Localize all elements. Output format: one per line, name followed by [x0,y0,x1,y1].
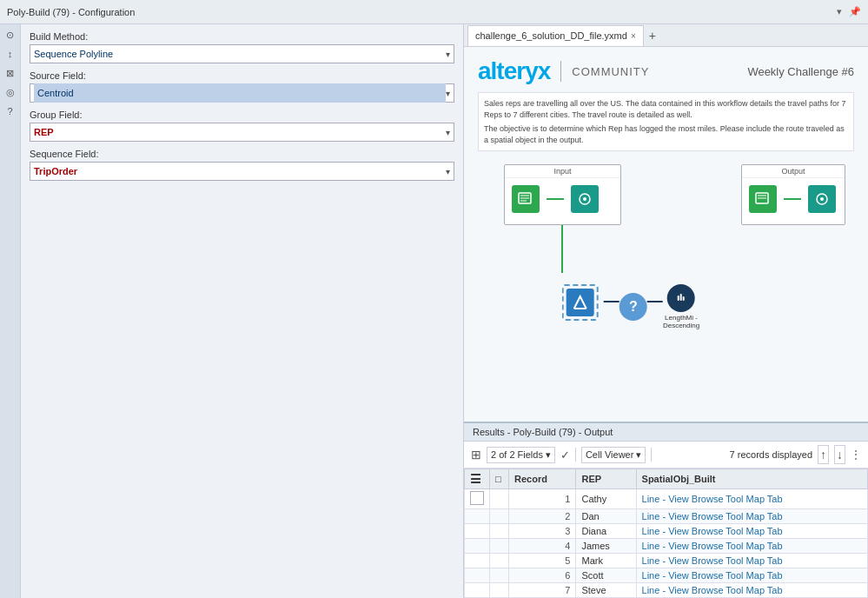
canvas-content: alteryx COMMUNITY Weekly Challenge #6 Sa… [464,47,868,422]
separator-2 [651,448,652,462]
table-body: 1 Cathy Line - View Browse Tool Map Tab … [465,489,868,598]
table-icon: ⊞ [471,448,481,462]
tab-name: challenge_6_solution_DD_file.yxmd [475,30,627,41]
browse-tool-icon [571,185,599,213]
tab-bar: challenge_6_solution_DD_file.yxmd × + [464,24,868,47]
center-tools: ? LengthMi -Descending [562,284,699,329]
svg-rect-13 [680,294,682,301]
group-field-dropdown[interactable]: REP ▾ [30,123,454,142]
table-row: 5 Mark Line - View Browse Tool Map Tab [465,554,868,568]
results-table-container: ☰ □ Record REP SpatialObj_Built 1 Cathy [464,468,868,598]
row-icon-cell [465,489,490,509]
sidebar-icon-1[interactable]: ⊙ [3,28,17,42]
row-icon-cell [465,568,490,583]
cell-viewer-label: Cell Viewer [586,449,633,460]
svg-point-5 [583,197,586,201]
spatial-cell[interactable]: Line - View Browse Tool Map Tab [636,539,867,554]
chevron-down-icon: ▾ [636,449,641,461]
record-number: 7 [509,583,576,598]
spatial-cell[interactable]: Line - View Browse Tool Map Tab [636,554,867,568]
record-number: 4 [509,539,576,554]
cell-viewer-button[interactable]: Cell Viewer ▾ [581,447,646,463]
table-row: 4 James Line - View Browse Tool Map Tab [465,539,868,554]
chevron-down-icon: ▾ [546,449,551,461]
description-text-2: The objective is to determine which Rep … [484,123,848,145]
output-input-icon [749,185,777,213]
chevron-down-icon[interactable]: ▾ [837,6,842,17]
separator-1 [575,448,576,462]
add-tab-button[interactable]: + [644,29,661,43]
alteryx-logo: alteryx [478,57,550,85]
source-field-value: Centroid [34,83,446,103]
group-field-label: Group Field: [30,110,454,120]
left-panel: Build Method: Sequence Polyline ▾ Source… [21,24,464,598]
results-panel: Results - Poly-Build (79) - Output ⊞ 2 o… [464,422,868,598]
rep-cell: Mark [576,554,636,568]
build-method-dropdown[interactable]: Sequence Polyline ▾ [30,44,454,63]
input-workflow-box: Input [504,164,621,225]
row-checkbox-cell[interactable] [490,489,509,509]
sequence-field-dropdown[interactable]: TripOrder ▾ [30,162,454,181]
table-row: 1 Cathy Line - View Browse Tool Map Tab [465,489,868,509]
row-checkbox-cell[interactable] [490,583,509,598]
source-field-label: Source Field: [30,70,454,81]
fields-button[interactable]: 2 of 2 Fields ▾ [487,447,555,463]
right-panel: challenge_6_solution_DD_file.yxmd × + al… [464,24,868,598]
chevron-down-icon: ▾ [446,167,450,176]
sidebar-icon-2[interactable]: ↕ [3,47,17,61]
sequence-field-group: Sequence Field: TripOrder ▾ [30,149,454,181]
rep-col-header: REP [576,469,636,489]
row-icon-cell [465,539,490,554]
row-icon-cell [465,509,490,524]
table-row: 7 Steve Line - View Browse Tool Map Tab [465,583,868,598]
spatial-cell[interactable]: Line - View Browse Tool Map Tab [636,524,867,539]
connector-3 [604,301,620,302]
sidebar-icon-4[interactable]: ◎ [3,85,17,99]
svg-rect-12 [678,296,679,301]
build-method-label: Build Method: [30,31,454,42]
spatial-cell[interactable]: Line - View Browse Tool Map Tab [636,489,867,509]
source-field-dropdown[interactable]: Centroid ▾ [30,83,454,103]
check-all-header[interactable]: □ [490,469,509,489]
close-icon[interactable]: × [631,31,636,41]
output-browse-icon [808,185,836,213]
build-method-group: Build Method: Sequence Polyline ▾ [30,31,454,63]
record-number: 2 [509,509,576,524]
spatial-cell[interactable]: Line - View Browse Tool Map Tab [636,568,867,583]
record-number: 1 [509,489,576,509]
row-checkbox-cell[interactable] [490,554,509,568]
connector-4 [647,301,663,302]
row-checkbox-cell[interactable] [490,539,509,554]
header-divider [560,61,561,82]
sidebar-icon-5[interactable]: ? [3,104,17,118]
challenge-label: Weekly Challenge #6 [747,65,854,78]
records-count: 7 records displayed [730,449,812,460]
spatial-cell[interactable]: Line - View Browse Tool Map Tab [636,509,867,524]
chevron-down-icon: ▾ [446,50,450,59]
svg-rect-14 [683,296,685,301]
pin-icon[interactable]: 📌 [849,6,861,17]
build-method-value: Sequence Polyline [34,49,113,59]
canvas-tab[interactable]: challenge_6_solution_DD_file.yxmd × [467,25,644,46]
record-number: 5 [509,554,576,568]
spatial-cell[interactable]: Line - View Browse Tool Map Tab [636,583,867,598]
record-number: 3 [509,524,576,539]
results-header-text: Results - Poly-Build (79) - Output [473,427,613,437]
sidebar-icon-3[interactable]: ⊠ [3,66,17,80]
check-icon[interactable]: ✓ [560,448,570,462]
checkbox-header: ☰ [465,469,490,489]
top-bar-title: Poly-Build (79) - Configuration [7,7,837,17]
input-nodes [505,178,620,220]
row-checkbox-cell[interactable] [490,509,509,524]
row-icon-cell [465,554,490,568]
rep-cell: James [576,539,636,554]
down-arrow-button[interactable]: ↓ [834,445,845,464]
row-checkbox-cell[interactable] [490,524,509,539]
center-connector: ? LengthMi -Descending [604,284,699,329]
alteryx-header: alteryx COMMUNITY Weekly Challenge #6 [464,47,868,92]
source-field-group: Source Field: Centroid ▾ [30,70,454,103]
row-checkbox-cell[interactable] [490,568,509,583]
sort-tool: LengthMi -Descending [663,284,699,329]
up-arrow-button[interactable]: ↑ [818,445,829,464]
top-bar: Poly-Build (79) - Configuration ▾ 📌 [0,0,868,24]
